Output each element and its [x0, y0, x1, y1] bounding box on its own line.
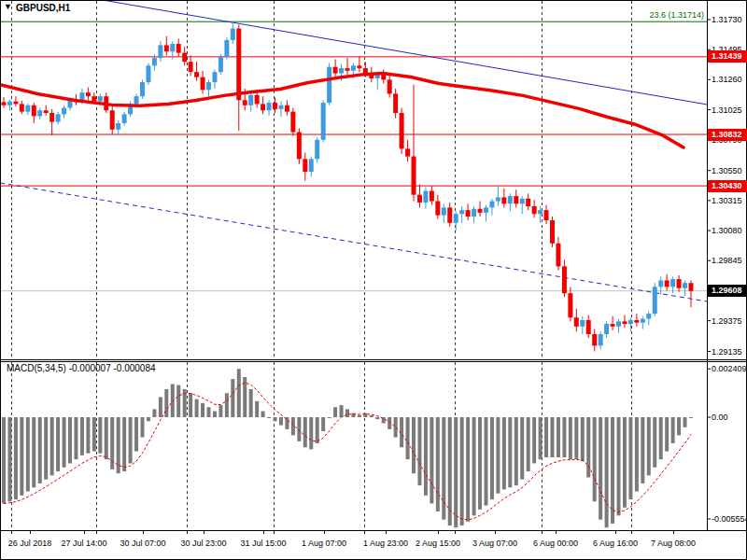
- time-axis-label: 30 Jul 07:00: [109, 539, 176, 548]
- macd-histogram-bar: [255, 401, 259, 417]
- candle-body: [646, 314, 651, 318]
- chart-canvas[interactable]: [0, 0, 747, 560]
- candle-body: [261, 104, 265, 110]
- macd-histogram-bar: [527, 417, 530, 471]
- macd-histogram-bar: [26, 417, 30, 492]
- candle-body: [532, 206, 537, 214]
- candle-body: [526, 199, 530, 206]
- candle-body: [466, 210, 471, 217]
- candle-body: [604, 324, 609, 334]
- candle-body: [194, 72, 199, 77]
- candle-body: [134, 96, 139, 104]
- candle-body: [212, 72, 217, 82]
- macd-histogram-bar: [472, 417, 476, 515]
- moving-average-line[interactable]: [0, 74, 684, 147]
- candle-body: [478, 209, 483, 213]
- candle-body: [653, 287, 657, 314]
- macd-histogram-bar: [611, 417, 614, 524]
- macd-histogram-bar: [176, 385, 180, 417]
- candle-body: [176, 44, 181, 53]
- macd-histogram-bar: [74, 417, 78, 459]
- candle-body: [182, 53, 187, 63]
- macd-histogram-bar: [617, 417, 621, 515]
- candle-body: [152, 58, 157, 65]
- candle-body: [592, 334, 597, 345]
- price-axis-label: 1.30315: [712, 196, 742, 205]
- trendline-dashed[interactable]: [0, 183, 707, 301]
- time-axis-label: 3 Aug 07:00: [461, 539, 529, 548]
- price-axis-label: 1.30550: [712, 166, 742, 175]
- macd-histogram-bar: [659, 417, 663, 459]
- macd-histogram-bar: [201, 403, 204, 417]
- candle-body: [110, 110, 115, 130]
- candle-body: [327, 67, 331, 103]
- trendline-solid[interactable]: [103, 0, 707, 105]
- candle-body: [201, 77, 205, 91]
- macd-histogram-bar: [508, 417, 512, 487]
- candle-body: [37, 110, 42, 116]
- macd-histogram-bar: [370, 415, 374, 417]
- macd-histogram-bar: [593, 417, 597, 501]
- macd-histogram-bar: [14, 417, 18, 499]
- macd-histogram-bar: [38, 417, 42, 483]
- candle-body: [7, 102, 12, 105]
- macd-histogram-bar: [231, 379, 234, 417]
- macd-histogram-bar: [532, 417, 536, 463]
- macd-histogram-bar: [140, 417, 144, 438]
- candle-body: [351, 65, 356, 70]
- macd-histogram-bar: [218, 405, 222, 417]
- candle-body: [309, 159, 314, 172]
- candle-body: [116, 123, 120, 130]
- time-axis-label: 1 Aug 07:00: [290, 539, 358, 548]
- macd-histogram-bar: [581, 417, 585, 461]
- price-axis-label: 1.31025: [712, 105, 742, 115]
- candle-body: [255, 95, 260, 105]
- candle-body: [508, 196, 513, 203]
- candle-body: [454, 214, 458, 223]
- candle-body: [670, 279, 675, 287]
- time-axis-label: 6 Aug 00:00: [522, 539, 589, 548]
- fibonacci-level-label: 23.6 (1.31714): [649, 10, 704, 20]
- trading-chart-window: ▼ GBPUSD,H1 MACD(5,34,5) -0.000007 -0.00…: [0, 0, 747, 560]
- candle-body: [285, 105, 289, 112]
- candle-body: [550, 220, 555, 244]
- price-axis-label: 1.31260: [712, 75, 742, 84]
- candle-body: [32, 105, 36, 117]
- time-axis-label: 30 Jul 23:00: [170, 539, 237, 548]
- macd-histogram-bar: [653, 417, 656, 468]
- macd-histogram-bar: [345, 409, 349, 417]
- candle-body: [273, 103, 277, 109]
- macd-histogram-bar: [129, 417, 133, 463]
- macd-histogram-bar: [635, 417, 639, 492]
- candle-body: [13, 102, 18, 105]
- candle-body: [140, 82, 145, 96]
- macd-histogram-bar: [436, 417, 440, 511]
- macd-histogram-bar: [628, 417, 632, 499]
- macd-histogram-bar: [623, 417, 627, 508]
- macd-histogram-bar: [514, 417, 518, 485]
- candle-body: [580, 320, 585, 327]
- candle-body: [278, 105, 283, 109]
- macd-histogram-bar: [7, 417, 11, 501]
- macd-histogram-bar: [134, 417, 138, 452]
- candle-body: [574, 317, 579, 327]
- candle-body: [599, 334, 603, 345]
- candle-body: [224, 40, 229, 57]
- macd-histogram-bar: [539, 417, 543, 459]
- macd-histogram-bar: [195, 399, 199, 417]
- macd-histogram-bar: [484, 417, 487, 506]
- macd-histogram-bar: [321, 417, 325, 431]
- macd-histogram-bar: [677, 417, 681, 435]
- macd-histogram-bar: [249, 389, 253, 417]
- macd-histogram-bar: [303, 417, 307, 447]
- candle-body: [641, 319, 645, 323]
- candle-body: [514, 196, 518, 203]
- macd-histogram-bar: [117, 417, 120, 473]
- macd-histogram-bar: [261, 412, 265, 417]
- macd-histogram-bar: [237, 369, 241, 417]
- candle-body: [218, 57, 223, 72]
- chevron-down-icon[interactable]: ▼: [4, 2, 12, 11]
- candle-body: [206, 82, 211, 90]
- candle-body: [447, 207, 452, 222]
- macd-histogram-bar: [502, 417, 506, 489]
